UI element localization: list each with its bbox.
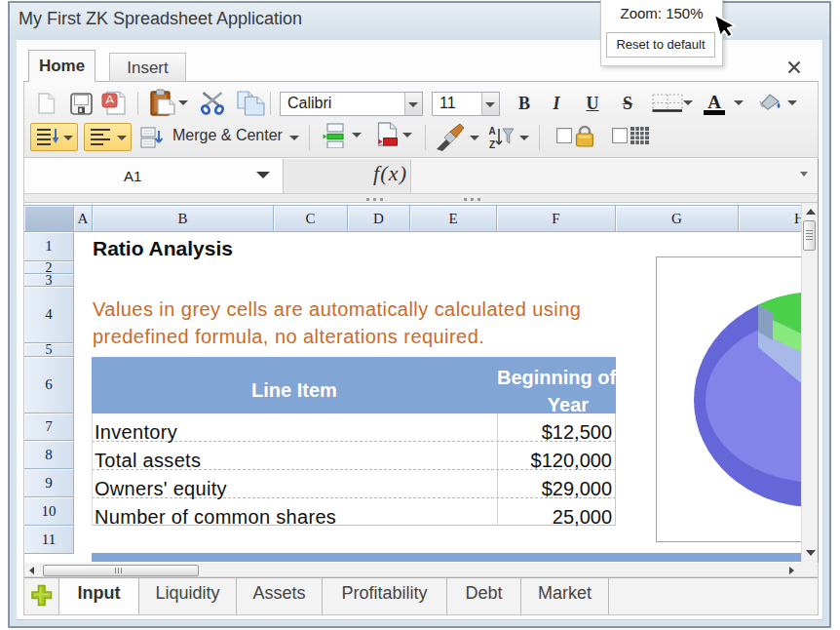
svg-text:Z: Z <box>489 139 495 150</box>
svg-text:A: A <box>488 126 495 137</box>
